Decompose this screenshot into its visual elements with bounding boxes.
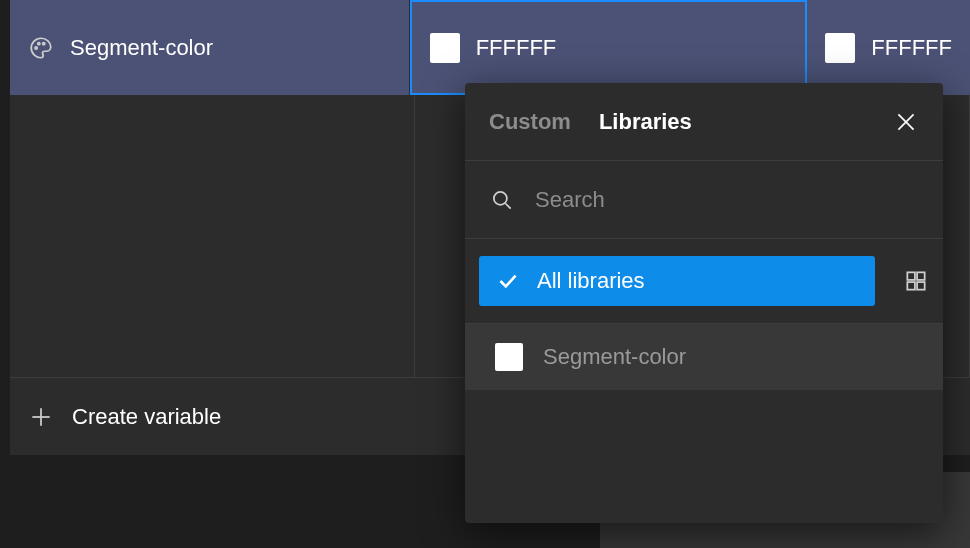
check-icon bbox=[495, 268, 521, 294]
close-icon[interactable] bbox=[893, 109, 919, 135]
variable-name-label: Segment-color bbox=[70, 35, 213, 61]
plus-icon bbox=[28, 404, 54, 430]
svg-point-0 bbox=[35, 46, 37, 48]
color-swatch bbox=[495, 343, 523, 371]
variable-row[interactable]: Segment-color FFFFFF FFFFFF bbox=[10, 0, 970, 95]
tab-libraries[interactable]: Libraries bbox=[599, 109, 692, 135]
search-icon bbox=[489, 187, 515, 213]
color-swatch bbox=[430, 33, 460, 63]
variable-value-cell-2[interactable]: FFFFFF bbox=[807, 0, 970, 95]
svg-point-7 bbox=[494, 191, 507, 204]
svg-point-2 bbox=[43, 42, 45, 44]
scope-label: All libraries bbox=[537, 268, 645, 294]
tab-custom[interactable]: Custom bbox=[489, 109, 571, 135]
svg-point-1 bbox=[38, 42, 40, 44]
popover-header: Custom Libraries bbox=[465, 83, 943, 161]
search-input[interactable] bbox=[535, 187, 919, 213]
svg-line-8 bbox=[505, 203, 510, 208]
color-swatch bbox=[825, 33, 855, 63]
scope-row: All libraries bbox=[465, 239, 943, 324]
create-variable-label: Create variable bbox=[72, 404, 221, 430]
variable-value-cell-1[interactable]: FFFFFF bbox=[410, 0, 808, 95]
variable-name-cell[interactable]: Segment-color bbox=[10, 0, 410, 95]
palette-icon bbox=[28, 35, 54, 61]
library-variable-label: Segment-color bbox=[543, 344, 686, 370]
svg-rect-9 bbox=[907, 272, 915, 280]
color-hex-label: FFFFFF bbox=[476, 35, 557, 61]
scope-dropdown[interactable]: All libraries bbox=[479, 256, 875, 306]
grid-view-icon[interactable] bbox=[903, 268, 929, 294]
svg-rect-12 bbox=[917, 282, 925, 290]
color-hex-label: FFFFFF bbox=[871, 35, 952, 61]
popover-tabs: Custom Libraries bbox=[489, 109, 692, 135]
svg-rect-11 bbox=[907, 282, 915, 290]
library-popover: Custom Libraries All libraries Segment-c… bbox=[465, 83, 943, 523]
library-variable-item[interactable]: Segment-color bbox=[465, 324, 943, 390]
svg-rect-10 bbox=[917, 272, 925, 280]
popover-search-row bbox=[465, 161, 943, 239]
